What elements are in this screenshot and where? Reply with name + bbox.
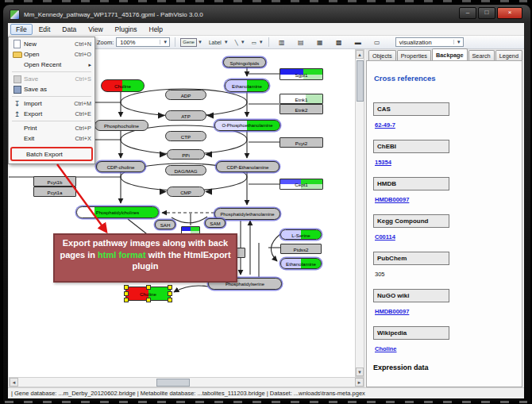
- common-width-button[interactable]: ▬: [350, 37, 366, 48]
- menu-data[interactable]: Data: [56, 24, 82, 35]
- chevron-down-icon: ▼: [198, 40, 202, 44]
- pathway-node-cdp-ethanolamine[interactable]: CDP-Ethanolamine: [216, 161, 279, 172]
- menu-file[interactable]: File: [10, 24, 33, 35]
- node-label: Phosphocholine: [95, 123, 148, 129]
- zoom-label: Zoom:: [97, 39, 114, 46]
- node-label: Pcyt1b: [34, 179, 75, 184]
- selection-handle[interactable]: [168, 285, 172, 290]
- scroll-left-icon[interactable]: ◄: [10, 378, 18, 387]
- pathway-node-sphingolipids[interactable]: Sphingolipids: [223, 57, 266, 67]
- pathway-node-cept1[interactable]: Cept1: [279, 179, 323, 190]
- horizontal-scroll-thumb[interactable]: [156, 379, 190, 387]
- menu-item-import[interactable]: ↧ImportCtrl+M: [10, 98, 94, 109]
- selection-handle[interactable]: [168, 298, 172, 302]
- node-label: PPi: [168, 152, 204, 157]
- menu-plugins[interactable]: Plugins: [110, 24, 143, 35]
- pathway-node-ppi[interactable]: PPi: [167, 149, 205, 160]
- pathway-node-pcyt2[interactable]: Pcyt2: [279, 137, 323, 148]
- pathway-node-phosphatidylcholines[interactable]: Phosphatidylcholines: [76, 206, 159, 218]
- stack-horizontal-button[interactable]: ▩: [331, 37, 347, 48]
- menu-item-open[interactable]: OpenCtrl+O: [10, 49, 94, 60]
- tab-backpage[interactable]: Backpage: [432, 48, 467, 61]
- pathway-node-ptdss2[interactable]: Ptdss2: [280, 244, 322, 254]
- pathway-node-sah[interactable]: SAH: [155, 220, 175, 229]
- pathway-node-choline[interactable]: Choline: [101, 79, 145, 92]
- tab-properties[interactable]: Properties: [397, 50, 431, 61]
- tab-search[interactable]: Search: [468, 50, 495, 61]
- menu-view[interactable]: View: [83, 24, 108, 35]
- line-tool[interactable]: ╲▼: [233, 39, 245, 46]
- selection-handle[interactable]: [124, 291, 129, 296]
- pathway-node-pcyt1b[interactable]: Pcyt1b: [33, 176, 76, 187]
- pathway-node-phosphocholine[interactable]: Phosphocholine: [94, 120, 148, 131]
- shape-tool[interactable]: ▭▼: [250, 39, 264, 46]
- pathway-node-o-phosphoethanolamine[interactable]: O-Phosphoethanolamine: [214, 120, 280, 131]
- xref-link[interactable]: C00114: [375, 233, 395, 240]
- pathway-node-ethanolamine[interactable]: Ethanolamine: [280, 258, 322, 269]
- save-icon: [12, 85, 22, 94]
- pathway-node-ctp[interactable]: CTP: [165, 131, 206, 141]
- pathway-node-cmp[interactable]: CMP: [167, 187, 205, 197]
- selection-handle[interactable]: [168, 291, 172, 296]
- pathway-node-etnk1[interactable]: Etnk1: [279, 94, 323, 104]
- menu-item-open-recent[interactable]: Open Recent▸: [10, 60, 94, 70]
- pathway-node-pcyt1a[interactable]: Pcyt1a: [33, 187, 76, 197]
- menu-item-exit[interactable]: ExitCtrl+X: [10, 133, 94, 144]
- pathway-node-adp[interactable]: ADP: [165, 90, 206, 100]
- selection-handle[interactable]: [124, 298, 129, 302]
- menu-item-batch-export[interactable]: Batch Export: [10, 147, 93, 161]
- xref-link[interactable]: Choline: [375, 345, 397, 352]
- node-label: CMP: [168, 189, 204, 194]
- menu-item-new[interactable]: NewCtrl+N: [10, 39, 94, 49]
- pathway-node-ethanolamine[interactable]: Ethanolamine: [225, 79, 269, 92]
- maximize-button[interactable]: □: [478, 7, 495, 19]
- selection-handle[interactable]: [146, 298, 151, 302]
- align-center-x-button[interactable]: ▥: [274, 37, 290, 48]
- tab-objects[interactable]: Objects: [368, 50, 396, 61]
- scroll-right-icon[interactable]: ►: [355, 378, 364, 387]
- scroll-down-icon[interactable]: ▼: [356, 367, 364, 376]
- label-tool[interactable]: Label▼: [207, 39, 229, 46]
- menu-item-save-as[interactable]: Save as: [10, 84, 94, 94]
- xref-link[interactable]: 62-49-7: [375, 121, 395, 129]
- menu-item-export[interactable]: ↥ExportCtrl+E: [10, 109, 94, 119]
- xref-link[interactable]: 15354: [375, 159, 391, 166]
- pathway-node-sgpl1[interactable]: Sgpl1: [279, 68, 323, 80]
- shape-tool-icon: ▭: [250, 39, 258, 46]
- align-center-y-button[interactable]: ▤: [293, 37, 309, 48]
- pathway-node-choline[interactable]: Choline: [125, 287, 171, 301]
- annotation-callout: Export pathway images along with back pa…: [53, 233, 237, 283]
- xref-link[interactable]: HMDB00097: [375, 196, 409, 203]
- menu-edit[interactable]: Edit: [33, 24, 56, 35]
- pathway-node-phosphatidylethanolamine[interactable]: Phosphatidylethanolamine: [214, 208, 280, 220]
- scroll-up-icon[interactable]: ▲: [356, 50, 364, 59]
- common-height-button[interactable]: ▭: [369, 37, 385, 48]
- close-button[interactable]: ×: [497, 7, 522, 19]
- pathway-node-dag-mag[interactable]: DAG/MAG: [165, 165, 206, 175]
- pathway-node-cdp-choline[interactable]: CDP-choline: [96, 161, 145, 172]
- gene-datanode-tool[interactable]: Gene▼: [180, 38, 202, 47]
- menu-help[interactable]: Help: [144, 24, 168, 35]
- screenshot-root: { "window": { "title": "Mm_Kennedy_pathw…: [0, 0, 532, 404]
- selection-handle[interactable]: [124, 285, 129, 290]
- tab-legend[interactable]: Legend: [495, 50, 522, 61]
- title-bar[interactable]: Mm_Kennedy_pathway_WP1771_45176.gpml - P…: [10, 8, 454, 21]
- node-label: Phosphatidylethanolamine: [215, 212, 279, 217]
- visualization-combobox[interactable]: visualization ▼: [395, 37, 464, 47]
- pathway-node-l-serine[interactable]: L-Serine: [280, 229, 322, 240]
- menu-item-save[interactable]: SaveCtrl+S: [10, 74, 94, 84]
- stack-vertical-button[interactable]: ▦: [312, 37, 328, 48]
- pathway-node-etnk2[interactable]: Etnk2: [279, 104, 323, 114]
- pathway-node-atp[interactable]: ATP: [165, 110, 206, 121]
- shortcut-label: Ctrl+X: [75, 135, 91, 142]
- minimize-button[interactable]: –: [459, 7, 476, 19]
- zoom-combobox[interactable]: 100% ▼: [116, 37, 170, 47]
- canvas-horizontal-scrollbar[interactable]: ◄ ►: [9, 377, 364, 387]
- canvas-vertical-scrollbar[interactable]: ▲ ▼: [355, 49, 364, 377]
- xref-link[interactable]: HMDB00097: [375, 308, 409, 315]
- menu-item-label: Save: [24, 75, 72, 83]
- selection-handle[interactable]: [146, 285, 151, 290]
- pathway-node-sam[interactable]: SAM: [205, 218, 226, 228]
- vertical-scroll-thumb[interactable]: [357, 60, 364, 102]
- menu-item-print[interactable]: PrintCtrl+P: [10, 123, 94, 133]
